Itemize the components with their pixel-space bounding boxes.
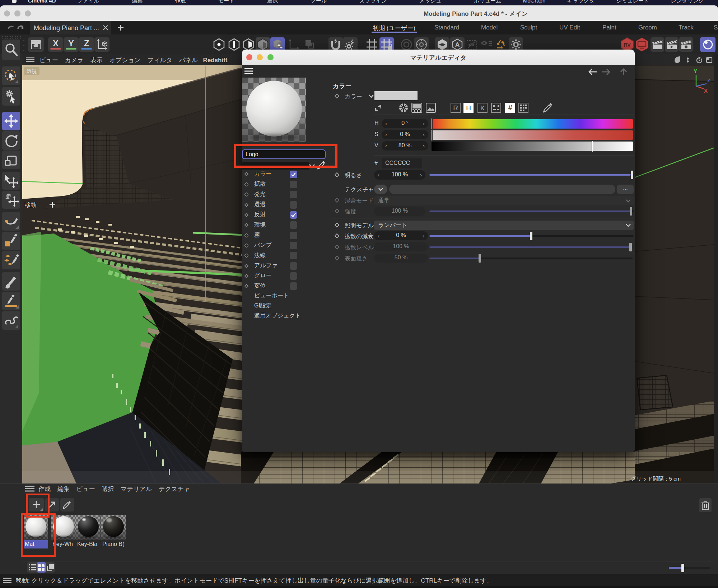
svg-text:X: X (53, 38, 59, 48)
svg-text:X: X (704, 88, 708, 94)
svg-text:Y: Y (694, 68, 697, 74)
svg-text:RV: RV (624, 42, 631, 48)
svg-text:Y: Y (68, 38, 74, 48)
svg-text:K: K (480, 104, 485, 112)
svg-text:A: A (455, 41, 460, 48)
svg-text:#: # (508, 104, 512, 112)
svg-text:移動: 移動 (25, 202, 36, 208)
svg-text:Z: Z (707, 77, 710, 83)
svg-text:透視: 透視 (27, 68, 37, 74)
svg-text:H: H (466, 104, 471, 112)
svg-text:グリッド間隔：5 cm: グリッド間隔：5 cm (631, 476, 681, 482)
svg-text:Z: Z (84, 38, 89, 48)
svg-text:R: R (453, 104, 458, 112)
